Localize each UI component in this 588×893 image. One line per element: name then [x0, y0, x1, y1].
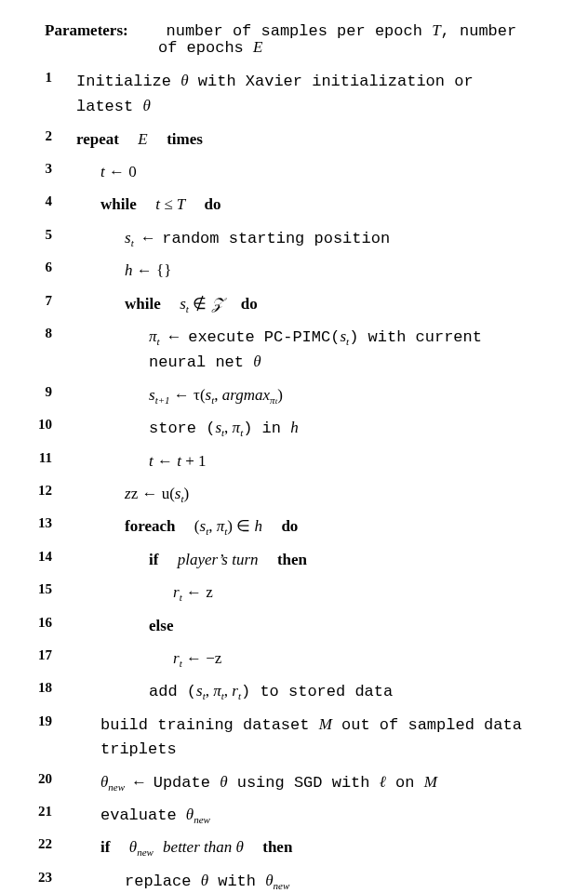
- algo-line-23: 23 replace θ with θnew: [26, 865, 571, 893]
- algo-line-9-content: st+1 ← τ(st, argmaxπt): [149, 380, 283, 412]
- algo-line-4-content: while t ≤ T do: [100, 189, 221, 221]
- algo-line-16-content: else: [149, 610, 173, 643]
- algo-line-16: 16 else: [26, 610, 571, 643]
- algo-line-6-content: h ← {}: [125, 255, 171, 287]
- algo-line-14-content: if player’s turn then: [149, 544, 307, 577]
- algo-line-12: 12 zz ← u(st): [26, 478, 571, 511]
- algo-line-12-content: zz ← u(st): [125, 478, 189, 511]
- parameters-line-2: of epochs E: [45, 39, 571, 56]
- algo-line-2-content: repeat E times: [76, 124, 203, 156]
- algo-line-21-content: evaluate θnew: [100, 799, 210, 832]
- algo-line-17: 17 rt ← −z: [26, 643, 571, 675]
- algo-line-2: 2 repeat E times: [26, 124, 571, 156]
- algo-line-19-content: build training dataset M out of sampled …: [100, 709, 522, 766]
- algo-line-4: 4 while t ≤ T do: [26, 189, 571, 221]
- algo-line-21: 21 evaluate θnew: [26, 799, 571, 832]
- algo-line-8: 8 πt ← execute PC-PIMC(st) with current …: [26, 321, 571, 380]
- algo-line-22: 22 if θnew better than θ then: [26, 832, 571, 864]
- algo-line-19: 19 build training dataset M out of sampl…: [26, 709, 571, 766]
- algo-line-7: 7 while st ∉ 𝒵 do: [26, 288, 571, 321]
- parameters-block: Parameters: number of samples per epoch …: [45, 22, 571, 56]
- algo-line-20: 20 θnew ← Update θ using SGD with ℓ on M: [26, 766, 571, 799]
- algo-line-13-content: foreach (st, πt) ∈ h do: [125, 511, 298, 543]
- algo-line-5-content: st ← random starting position: [125, 222, 390, 255]
- algo-line-18: 18 add (st, πt, rt) to stored data: [26, 675, 571, 708]
- algo-line-10: 10 store (st, πt) in h: [26, 412, 571, 445]
- algo-line-3: 3 t ← 0: [26, 156, 571, 189]
- algo-line-7-content: while st ∉ 𝒵 do: [125, 288, 258, 321]
- algo-line-13: 13 foreach (st, πt) ∈ h do: [26, 511, 571, 543]
- algo-line-11: 11 t ← t + 1: [26, 446, 571, 478]
- algo-line-5: 5 st ← random starting position: [26, 222, 571, 255]
- algo-line-8-content: πt ← execute PC-PIMC(st) with current ne…: [149, 321, 482, 380]
- parameters-line-1: Parameters: number of samples per epoch …: [45, 22, 571, 39]
- algo-line-9: 9 st+1 ← τ(st, argmaxπt): [26, 380, 571, 412]
- algo-line-1-content: Initialize θ with Xavier initialization …: [76, 65, 474, 124]
- algo-line-1: 1 Initialize θ with Xavier initializatio…: [26, 65, 571, 124]
- algo-line-14: 14 if player’s turn then: [26, 544, 571, 577]
- algo-line-3-content: t ← 0: [100, 156, 137, 189]
- algo-line-22-content: if θnew better than θ then: [100, 832, 292, 864]
- algo-line-18-content: add (st, πt, rt) to stored data: [149, 675, 393, 708]
- algo-line-23-content: replace θ with θnew: [125, 865, 289, 893]
- algo-line-15-content: rt ← z: [173, 577, 213, 609]
- algo-line-11-content: t ← t + 1: [149, 446, 207, 478]
- algo-line-20-content: θnew ← Update θ using SGD with ℓ on M: [100, 766, 437, 799]
- parameters-label: Parameters:: [45, 21, 128, 39]
- algo-line-17-content: rt ← −z: [173, 643, 221, 675]
- algo-line-6: 6 h ← {}: [26, 255, 571, 287]
- algo-line-10-content: store (st, πt) in h: [149, 412, 299, 445]
- algorithm-block: Parameters: number of samples per epoch …: [0, 0, 588, 893]
- algo-line-15: 15 rt ← z: [26, 577, 571, 609]
